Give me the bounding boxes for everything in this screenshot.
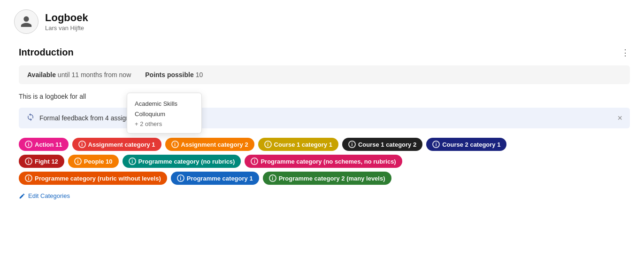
tag-label-4: Course 1 category 2: [358, 141, 416, 148]
main-content: Introduction ⋮ Available until 11 months…: [14, 47, 630, 201]
avatar: [14, 9, 38, 34]
tag-label-6: Fight 12: [35, 158, 58, 165]
description-text: This is a logboek for all: [19, 93, 86, 100]
tag-label-2: Assignment category 2: [181, 141, 248, 148]
tag-label-11: Programme category 1: [187, 175, 253, 182]
banner-close-button[interactable]: ×: [617, 114, 622, 122]
info-icon-1: i: [78, 141, 86, 148]
tag-1[interactable]: iAssignment category 1: [72, 138, 161, 151]
tag-label-1: Assignment category 1: [88, 141, 155, 148]
tag-7[interactable]: iPeople 10: [68, 155, 119, 168]
tag-2[interactable]: iAssignment category 2: [165, 138, 254, 151]
tags-row-1: iAction 11iAssignment category 1iAssignm…: [19, 138, 630, 151]
info-icon-4: i: [348, 141, 356, 148]
tag-10[interactable]: iProgramme category (rubric without leve…: [19, 172, 167, 185]
tooltip-item-2: Colloquium: [135, 109, 194, 119]
points-label: Points possible: [145, 71, 193, 79]
tag-label-10: Programme category (rubric without level…: [35, 175, 161, 182]
tag-5[interactable]: iCourse 2 category 1: [426, 138, 506, 151]
tag-label-3: Course 1 category 1: [274, 141, 332, 148]
tag-11[interactable]: iProgramme category 1: [171, 172, 259, 185]
info-icon-2: i: [171, 141, 179, 148]
edit-categories-label: Edit Categories: [28, 192, 70, 199]
tag-label-7: People 10: [84, 158, 113, 165]
available-info: Available until 11 months from now: [27, 71, 131, 79]
tooltip-more: + 2 others: [135, 120, 194, 127]
tag-label-0: Action 11: [35, 141, 62, 148]
info-icon-12: i: [269, 174, 276, 182]
edit-categories-link[interactable]: Edit Categories: [19, 192, 70, 199]
header-text: Logboek Lars van Hijfte: [45, 12, 88, 31]
points-value: 10: [196, 71, 203, 79]
page: Logboek Lars van Hijfte Introduction ⋮ A…: [0, 0, 644, 268]
points-info: Points possible 10: [145, 71, 203, 79]
tag-label-8: Programme category (no rubrics): [138, 158, 235, 165]
info-icon-6: i: [25, 158, 32, 165]
tooltip-item-1: Academic Skills: [135, 99, 194, 109]
tag-8[interactable]: iProgramme category (no rubrics): [123, 155, 241, 168]
tooltip-popup: Academic Skills Colloquium + 2 others: [127, 93, 202, 134]
description-area: This is a logboek for all Academic Skill…: [19, 93, 630, 100]
tag-3[interactable]: iCourse 1 category 1: [258, 138, 338, 151]
available-label: Available: [27, 71, 56, 79]
header: Logboek Lars van Hijfte: [14, 9, 630, 34]
edit-icon: [19, 193, 25, 199]
tags-row-2: iFight 12iPeople 10iProgramme category (…: [19, 155, 630, 168]
tag-12[interactable]: iProgramme category 2 (many levels): [263, 172, 391, 185]
tag-6[interactable]: iFight 12: [19, 155, 64, 168]
feedback-banner: Formal feedback from 4 assignments can b…: [19, 108, 630, 128]
tag-label-5: Course 2 category 1: [442, 141, 500, 148]
tag-9[interactable]: iProgramme category (no schemes, no rubr…: [245, 155, 402, 168]
tags-row-3: iProgramme category (rubric without leve…: [19, 172, 630, 185]
feedback-icon: [26, 113, 35, 123]
info-bar: Available until 11 months from now Point…: [19, 65, 630, 84]
section-header: Introduction ⋮: [19, 47, 630, 58]
info-icon-3: i: [264, 141, 272, 148]
info-icon-10: i: [25, 174, 32, 182]
info-icon-11: i: [177, 174, 184, 182]
app-title: Logboek: [45, 12, 88, 24]
tag-0[interactable]: iAction 11: [19, 138, 69, 151]
info-icon-7: i: [74, 158, 82, 165]
available-value: until 11 months from now: [58, 71, 131, 79]
tag-4[interactable]: iCourse 1 category 2: [342, 138, 422, 151]
kebab-menu-button[interactable]: ⋮: [621, 47, 630, 58]
user-name: Lars van Hijfte: [45, 24, 88, 32]
tag-label-12: Programme category 2 (many levels): [279, 175, 385, 182]
info-icon-5: i: [432, 141, 440, 148]
section-title: Introduction: [19, 47, 74, 58]
info-icon-9: i: [251, 158, 258, 165]
tag-label-9: Programme category (no schemes, no rubri…: [261, 158, 396, 165]
info-icon-8: i: [129, 158, 136, 165]
info-icon-0: i: [25, 141, 32, 148]
